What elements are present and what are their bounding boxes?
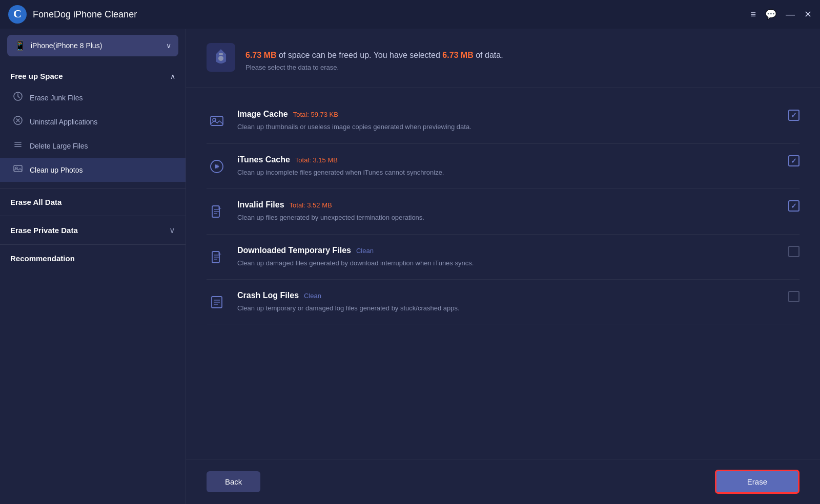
space-amount: 6.73 MB (245, 51, 276, 59)
header-main: 6.73 MB of space can be freed up. You ha… (245, 49, 503, 61)
svg-point-12 (218, 56, 223, 61)
content-body: Image Cache Total: 59.73 KB Clean up thu… (186, 88, 820, 459)
info-downloaded-temp: Downloaded Temporary Files Clean Clean u… (237, 246, 778, 268)
uninstall-icon (12, 115, 24, 128)
clock-icon (12, 91, 24, 104)
svg-rect-14 (211, 116, 223, 125)
info-crash-log: Crash Log Files Clean Clean up temporary… (237, 291, 778, 313)
free-up-space-arrow: ∧ (170, 72, 175, 80)
erase-private-data-section[interactable]: Erase Private Data ∨ (0, 218, 186, 242)
name-image-cache: Image Cache (237, 110, 288, 119)
app-title: FoneDog iPhone Cleaner (33, 9, 750, 20)
header-suffix: of data. (476, 51, 503, 59)
app-logo: C (8, 5, 27, 24)
checkbox-itunes-cache[interactable] (788, 155, 799, 166)
junk-item-itunes-cache: iTunes Cache Total: 3.15 MB Clean up inc… (207, 144, 799, 190)
close-icon: ✕ (804, 9, 812, 19)
divider-2 (0, 216, 186, 216)
erase-junk-label: Erase Junk Files (30, 94, 83, 102)
main-layout: 📱 iPhone(iPhone 8 Plus) ∨ Free up Space … (0, 29, 820, 504)
junk-item-invalid-files: Invalid Files Total: 3.52 MB Clean up fi… (207, 189, 799, 235)
title-row-image-cache: Image Cache Total: 59.73 KB (237, 110, 778, 119)
name-downloaded-temp: Downloaded Temporary Files (237, 246, 351, 255)
title-row-invalid-files: Invalid Files Total: 3.52 MB (237, 200, 778, 209)
content-area: 6.73 MB of space can be freed up. You ha… (186, 29, 820, 504)
phone-icon: 📱 (14, 40, 26, 51)
title-row-itunes-cache: iTunes Cache Total: 3.15 MB (237, 155, 778, 164)
junk-item-image-cache: Image Cache Total: 59.73 KB Clean up thu… (207, 98, 799, 144)
menu-icon: ≡ (750, 9, 756, 19)
content-footer: Back Erase (186, 459, 820, 504)
device-name: iPhone(iPhone 8 Plus) (31, 41, 161, 50)
svg-rect-6 (14, 142, 22, 143)
icon-downloaded-temp (207, 247, 227, 267)
uninstall-apps-label: Uninstall Applications (30, 118, 97, 126)
info-itunes-cache: iTunes Cache Total: 3.15 MB Clean up inc… (237, 155, 778, 178)
svg-text:C: C (13, 7, 22, 20)
sidebar-item-uninstall-apps[interactable]: Uninstall Applications (0, 110, 186, 134)
size-crash-log: Clean (304, 292, 321, 300)
content-header: 6.73 MB of space can be freed up. You ha… (186, 29, 820, 88)
info-image-cache: Image Cache Total: 59.73 KB Clean up thu… (237, 110, 778, 132)
checkbox-downloaded-temp[interactable] (788, 246, 799, 257)
delete-large-label: Delete Large Files (30, 142, 88, 150)
size-downloaded-temp: Clean (356, 247, 374, 255)
sidebar-item-erase-junk[interactable]: Erase Junk Files (0, 86, 186, 110)
device-selector[interactable]: 📱 iPhone(iPhone 8 Plus) ∨ (7, 35, 178, 56)
erase-button[interactable]: Erase (715, 470, 799, 494)
info-invalid-files: Invalid Files Total: 3.52 MB Clean up fi… (237, 200, 778, 223)
recommendation-section[interactable]: Recommendation (0, 247, 186, 270)
photos-icon (12, 163, 24, 176)
free-up-space-header[interactable]: Free up Space ∧ (0, 65, 186, 86)
desc-downloaded-temp: Clean up damaged files generated by down… (237, 258, 778, 268)
selected-amount: 6.73 MB (442, 51, 473, 59)
junk-item-downloaded-temp: Downloaded Temporary Files Clean Clean u… (207, 235, 799, 280)
chat-button[interactable]: 💬 (765, 10, 776, 19)
junk-item-crash-log: Crash Log Files Clean Clean up temporary… (207, 280, 799, 325)
minimize-icon: — (786, 9, 795, 19)
menu-button[interactable]: ≡ (750, 10, 756, 19)
device-arrow: ∨ (166, 41, 171, 50)
sidebar: 📱 iPhone(iPhone 8 Plus) ∨ Free up Space … (0, 29, 186, 504)
name-itunes-cache: iTunes Cache (237, 155, 290, 164)
recommendation-title: Recommendation (10, 254, 75, 263)
icon-crash-log (207, 292, 227, 312)
header-sub: Please select the data to erase. (245, 64, 503, 71)
icon-itunes-cache (207, 156, 227, 177)
list-icon (12, 139, 24, 152)
header-icon (207, 43, 235, 77)
sidebar-item-clean-photos[interactable]: Clean up Photos (0, 158, 186, 182)
free-up-space-title: Free up Space (10, 72, 63, 80)
size-invalid-files: Total: 3.52 MB (290, 201, 332, 209)
header-prefix: of space can be freed up. You have selec… (279, 51, 442, 59)
clean-photos-label: Clean up Photos (30, 166, 83, 174)
svg-rect-8 (14, 146, 22, 147)
close-button[interactable]: ✕ (804, 10, 812, 19)
size-image-cache: Total: 59.73 KB (293, 111, 338, 118)
name-invalid-files: Invalid Files (237, 200, 284, 209)
erase-all-data-section[interactable]: Erase All Data (0, 191, 186, 214)
divider-1 (0, 188, 186, 188)
checkbox-crash-log[interactable] (788, 291, 799, 302)
minimize-button[interactable]: — (786, 10, 795, 19)
svg-rect-13 (219, 53, 223, 55)
desc-itunes-cache: Clean up incomplete files generated when… (237, 167, 778, 178)
chat-icon: 💬 (765, 9, 776, 19)
name-crash-log: Crash Log Files (237, 291, 299, 300)
desc-invalid-files: Clean up files generated by unexpected t… (237, 213, 778, 223)
title-row-crash-log: Crash Log Files Clean (237, 291, 778, 300)
sidebar-item-delete-large[interactable]: Delete Large Files (0, 134, 186, 158)
title-row-downloaded-temp: Downloaded Temporary Files Clean (237, 246, 778, 255)
window-controls: ≡ 💬 — ✕ (750, 10, 812, 19)
checkbox-image-cache[interactable] (788, 110, 799, 121)
erase-all-data-title: Erase All Data (10, 198, 61, 206)
free-up-space-section: Free up Space ∧ Erase Junk Files (0, 65, 186, 186)
divider-3 (0, 244, 186, 245)
erase-private-data-title: Erase Private Data (10, 226, 78, 235)
erase-private-arrow: ∨ (169, 225, 175, 235)
checkbox-invalid-files[interactable] (788, 200, 799, 212)
icon-invalid-files (207, 201, 227, 222)
svg-rect-9 (14, 165, 22, 172)
back-button[interactable]: Back (207, 471, 260, 492)
svg-rect-7 (14, 144, 22, 145)
